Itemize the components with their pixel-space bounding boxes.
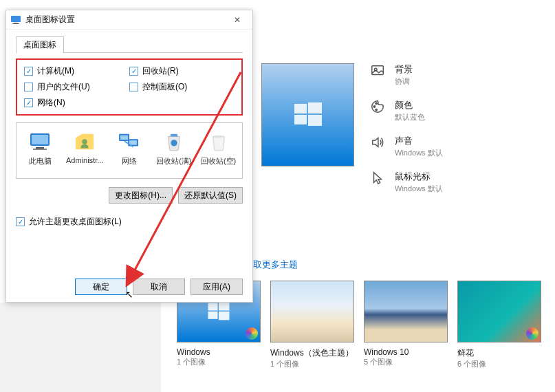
apply-button[interactable]: 应用(A): [191, 279, 243, 295]
cursor-icon: [370, 171, 385, 186]
color-badge-icon: [246, 327, 258, 340]
display-icon: [10, 14, 21, 25]
icon-this-pc[interactable]: 此电脑: [19, 130, 61, 166]
theme-card[interactable]: Windows 10 5 个图像: [364, 281, 448, 369]
more-themes-link[interactable]: 取更多主题: [253, 259, 298, 271]
checkbox-label: 用户的文件(U): [37, 81, 90, 93]
svg-rect-25: [208, 303, 218, 311]
svg-point-22: [373, 106, 375, 107]
svg-rect-20: [372, 66, 384, 75]
svg-rect-11: [129, 140, 137, 145]
checkbox-icon: [129, 67, 138, 76]
svg-rect-1: [14, 23, 18, 23]
svg-rect-26: [219, 302, 229, 310]
color-badge-icon: [526, 327, 538, 340]
setting-color[interactable]: 颜色默认蓝色: [370, 99, 443, 122]
svg-rect-2: [12, 23, 19, 24]
svg-rect-6: [33, 149, 47, 150]
close-button[interactable]: ✕: [226, 10, 248, 29]
svg-point-23: [376, 102, 377, 104]
restore-defaults-button[interactable]: 还原默认值(S): [178, 187, 243, 204]
ok-button[interactable]: 确定: [75, 279, 127, 295]
svg-rect-5: [36, 147, 44, 149]
sidebar-bg: [0, 303, 161, 392]
checkbox-icon: [24, 83, 33, 91]
svg-rect-17: [308, 102, 322, 113]
dialog-title: 桌面图标设置: [25, 14, 226, 25]
theme-card[interactable]: Windows（浅色主题） 1 个图像: [270, 281, 354, 369]
svg-rect-0: [11, 16, 21, 22]
svg-point-14: [213, 135, 224, 138]
setting-sound[interactable]: 声音Windows 默认: [370, 135, 443, 158]
svg-rect-18: [294, 115, 307, 124]
svg-rect-10: [120, 135, 128, 140]
checkbox-computer[interactable]: 计算机(M): [24, 65, 129, 77]
checkbox-icon: [129, 83, 138, 91]
picture-icon: [370, 63, 385, 78]
checkbox-label: 计算机(M): [37, 65, 74, 77]
titlebar: 桌面图标设置 ✕: [6, 10, 252, 30]
allow-theme-checkbox[interactable]: 允许主题更改桌面图标(L): [29, 216, 122, 228]
windows-logo-icon: [207, 300, 230, 323]
svg-rect-27: [208, 312, 218, 319]
change-icon-button[interactable]: 更改图标(H)...: [109, 187, 173, 204]
svg-point-7: [82, 139, 87, 144]
svg-rect-16: [294, 104, 307, 113]
icon-recycle-full[interactable]: 回收站(满): [153, 130, 195, 166]
icon-preview-box: 此电脑 Administr... 网络 回收站(满) 回收站(空): [16, 122, 243, 179]
desktop-icon-settings-dialog: 桌面图标设置 ✕ 桌面图标 计算机(M) 回收站(R) 用户的文件(U) 控制面…: [6, 10, 253, 303]
checkbox-label: 控制面板(O): [142, 81, 187, 93]
setting-cursor[interactable]: 鼠标光标Windows 默认: [370, 171, 443, 194]
cancel-button[interactable]: 取消: [133, 279, 185, 295]
checkbox-icon: [16, 217, 25, 226]
personalization-panel: 背景协调 颜色默认蓝色 声音Windows 默认 鼠标光标Windows 默认: [261, 63, 550, 166]
checkbox-network[interactable]: 网络(N): [24, 97, 129, 109]
setting-background[interactable]: 背景协调: [370, 63, 443, 87]
theme-card[interactable]: 鲜花 6 个图像: [457, 281, 541, 369]
tabstrip: 桌面图标: [16, 36, 243, 53]
checkbox-recycle[interactable]: 回收站(R): [129, 65, 235, 77]
icon-recycle-empty[interactable]: 回收站(空): [197, 130, 239, 166]
palette-icon: [370, 99, 385, 114]
svg-point-13: [171, 140, 177, 146]
checkbox-label: 回收站(R): [142, 65, 179, 77]
svg-rect-28: [219, 312, 229, 320]
checkbox-group-highlight: 计算机(M) 回收站(R) 用户的文件(U) 控制面板(O) 网络(N): [16, 58, 243, 116]
checkbox-label: 网络(N): [37, 97, 65, 109]
svg-rect-19: [308, 115, 322, 126]
checkbox-control[interactable]: 控制面板(O): [129, 81, 235, 93]
windows-logo-icon: [293, 100, 323, 130]
checkbox-icon: [24, 98, 33, 107]
checkbox-icon: [24, 67, 33, 76]
theme-preview: [261, 63, 354, 166]
tab-desktop-icons[interactable]: 桌面图标: [16, 36, 64, 54]
svg-point-24: [376, 109, 377, 110]
speaker-icon: [370, 135, 385, 150]
icon-admin[interactable]: Administr...: [64, 130, 106, 164]
icon-network[interactable]: 网络: [109, 130, 151, 166]
svg-rect-4: [32, 135, 48, 144]
checkbox-userfiles[interactable]: 用户的文件(U): [24, 81, 129, 93]
